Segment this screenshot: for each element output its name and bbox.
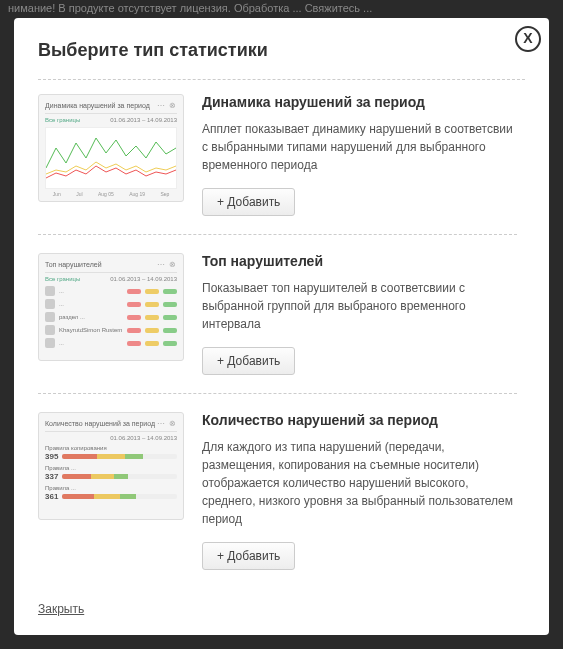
stat-card-violation-count: Количество нарушений за период ⋯ ⊗ 01.06…: [38, 412, 517, 585]
thumb-filter-tag: Все границы: [45, 117, 80, 123]
thumb-menu-icon: ⋯ ⊗: [157, 260, 177, 269]
list-item: раздел ...: [45, 312, 177, 322]
thumb-chart: Динамика нарушений за период ⋯ ⊗ Все гра…: [38, 94, 184, 202]
avatar-icon: [45, 338, 55, 348]
modal-close-button[interactable]: X: [515, 26, 541, 52]
card-title: Количество нарушений за период: [202, 412, 517, 428]
avatar-icon: [45, 325, 55, 335]
divider: [38, 79, 525, 80]
backdrop-warning: нимание! В продукте отсутствует лицензия…: [0, 0, 563, 16]
avatar-icon: [45, 299, 55, 309]
avatar-icon: [45, 286, 55, 296]
thumb-list: Топ нарушителей ⋯ ⊗ Все границы 01.06.20…: [38, 253, 184, 361]
thumb-date-range: 01.06.2013 – 14.09.2013: [110, 435, 177, 441]
thumb-title: Динамика нарушений за период: [45, 102, 150, 109]
add-button[interactable]: + Добавить: [202, 188, 295, 216]
list-item: KhayrutdSimon Rustem: [45, 325, 177, 335]
mini-line-chart: [45, 127, 177, 189]
card-title: Топ нарушителей: [202, 253, 517, 269]
bar-row: Правила копирования 395: [45, 445, 177, 461]
bar-row: Правила ... 337: [45, 465, 177, 481]
thumb-date-range: 01.06.2013 – 14.09.2013: [110, 117, 177, 123]
footer-close-link[interactable]: Закрыть: [38, 602, 84, 616]
thumb-menu-icon: ⋯ ⊗: [157, 419, 177, 428]
avatar-icon: [45, 312, 55, 322]
add-button[interactable]: + Добавить: [202, 347, 295, 375]
modal-footer: Закрыть: [38, 585, 525, 617]
stat-card-top-violators: Топ нарушителей ⋯ ⊗ Все границы 01.06.20…: [38, 253, 517, 394]
stat-card-dynamics: Динамика нарушений за период ⋯ ⊗ Все гра…: [38, 94, 517, 235]
card-description: Для каждого из типа нарушений (передачи,…: [202, 438, 517, 528]
thumb-filter-tag: Все границы: [45, 276, 80, 282]
thumb-date-range: 01.06.2013 – 14.09.2013: [110, 276, 177, 282]
list-item: ...: [45, 299, 177, 309]
stat-type-modal: X Выберите тип статистики Динамика наруш…: [14, 18, 549, 635]
add-button[interactable]: + Добавить: [202, 542, 295, 570]
card-description: Показывает топ нарушителей в соответсвии…: [202, 279, 517, 333]
list-item: ...: [45, 286, 177, 296]
card-description: Апплет показывает динамику нарушений в с…: [202, 120, 517, 174]
thumb-menu-icon: ⋯ ⊗: [157, 101, 177, 110]
thumb-title: Количество нарушений за период: [45, 420, 155, 427]
thumb-bars: Количество нарушений за период ⋯ ⊗ 01.06…: [38, 412, 184, 520]
cards-scroll-area[interactable]: Динамика нарушений за период ⋯ ⊗ Все гра…: [38, 94, 525, 585]
thumb-x-axis: JunJulAug 05Aug 19Sep: [45, 191, 177, 197]
card-title: Динамика нарушений за период: [202, 94, 517, 110]
modal-title: Выберите тип статистики: [38, 40, 525, 61]
list-item: ...: [45, 338, 177, 348]
bar-row: Правила ... 361: [45, 485, 177, 501]
thumb-title: Топ нарушителей: [45, 261, 102, 268]
